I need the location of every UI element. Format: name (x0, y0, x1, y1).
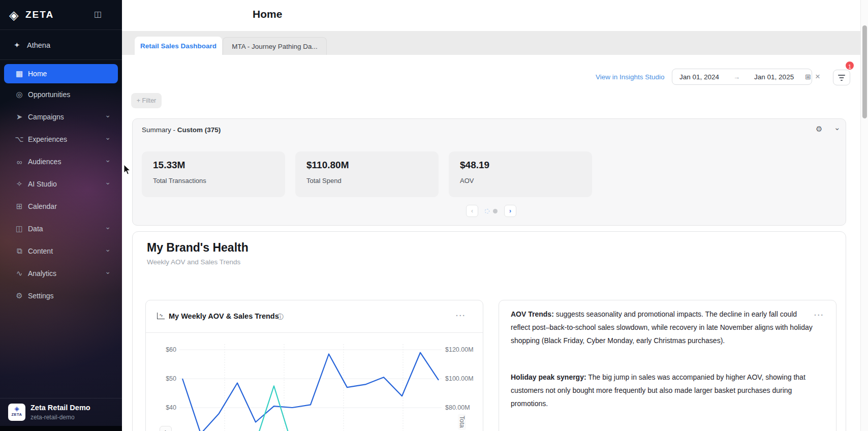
filter-count-badge: 1 (845, 60, 855, 71)
page-title: Home (253, 8, 282, 20)
dashboard-tab-strip: Retail Sales Dashboard MTA - Journey Pat… (122, 31, 868, 55)
sidebar-nav: ▦Home◎Opportunities➤Campaigns⌄⌥Experienc… (0, 64, 122, 307)
chevron-down-icon: ⌄ (105, 133, 111, 141)
content-icon: ⧉ (14, 247, 25, 256)
sidebar-item-ai-studio[interactable]: ✧AI Studio⌄ (4, 173, 118, 195)
metric-value: $110.80M (306, 160, 349, 171)
insight-menu-icon[interactable]: ··· (814, 311, 824, 319)
sidebar-collapse-icon[interactable]: ◫ (94, 9, 102, 19)
metric-label: Total Transactions (153, 177, 206, 184)
series-aov (182, 353, 439, 431)
send-icon: ➤ (14, 112, 25, 121)
sidebar-item-label: Audiences (28, 158, 61, 166)
info-icon[interactable]: ⓘ (277, 313, 284, 322)
aov-sales-trends-chart-card: ∿ My Weekly AOV & Sales Trends ⓘ ··· $60… (145, 300, 483, 431)
series-total-spend (182, 386, 439, 431)
carousel-dot-1[interactable] (485, 209, 489, 213)
mouse-cursor (123, 165, 132, 176)
right-axis-title-fragment: Tota (458, 414, 466, 430)
page-scrollbar[interactable] (860, 0, 868, 431)
zeta-logo-text: ZETA (25, 9, 54, 20)
chevron-down-icon: ⌄ (105, 245, 111, 253)
sidebar-item-content[interactable]: ⧉Content⌄ (4, 240, 118, 262)
chevron-down-icon: ⌄ (105, 178, 111, 186)
left-axis-tick: $60 (153, 345, 176, 354)
carousel-prev-button[interactable]: ‹ (466, 205, 478, 217)
workspace-name: Zeta Retail Demo (30, 404, 90, 412)
sitemap-icon: ⌥ (14, 135, 25, 144)
sidebar-item-label: Opportunities (28, 90, 70, 99)
right-axis-tick: $120.00M (445, 345, 481, 354)
zeta-logo-icon: ◈ (9, 8, 18, 22)
view-in-insights-studio-link[interactable]: View in Insights Studio (596, 73, 665, 81)
metric-card-total-spend[interactable]: $110.80MTotal Spend (295, 151, 439, 197)
chevron-down-icon: ⌄ (105, 156, 111, 164)
metric-value: 15.33M (153, 160, 185, 171)
tab-mta-journey-pathing[interactable]: MTA - Journey Pathing Da... (223, 37, 327, 55)
sidebar: ◈ ZETA ◫ ✦ Athena ▦Home◎Opportunities➤Ca… (0, 0, 122, 431)
insight-paragraph-lead: AOV Trends: (511, 310, 554, 318)
chart-menu-icon[interactable]: ··· (456, 312, 466, 320)
sidebar-item-opportunities[interactable]: ◎Opportunities (4, 83, 118, 106)
chevron-down-icon: ⌄ (105, 267, 111, 275)
sidebar-item-analytics[interactable]: ∿Analytics⌄ (4, 262, 118, 285)
chart-card-title: My Weekly AOV & Sales Trends (169, 312, 279, 320)
sidebar-item-label: Home (28, 70, 47, 78)
tab-retail-sales-dashboard[interactable]: Retail Sales Dashboard (135, 37, 222, 55)
sidebar-item-label: Data (28, 225, 43, 233)
chart-card-header: ∿ My Weekly AOV & Sales Trends ⓘ ··· (146, 300, 483, 333)
sidebar-item-athena[interactable]: ✦ Athena (0, 32, 122, 59)
carousel-next-button[interactable]: › (504, 205, 516, 217)
divider (0, 59, 122, 60)
carousel-dot-2[interactable] (493, 209, 498, 213)
metric-card-total-transactions[interactable]: 15.33MTotal Transactions (142, 151, 285, 197)
sidebar-item-data[interactable]: ◫Data⌄ (4, 218, 118, 240)
date-end-value: Jan 01, 2025 (754, 73, 794, 81)
sidebar-item-label: Content (28, 247, 53, 255)
sidebar-item-campaigns[interactable]: ➤Campaigns⌄ (4, 106, 118, 128)
brand-health-subtitle: Weekly AOV and Sales Trends (147, 258, 240, 266)
page-header: Home (122, 0, 868, 31)
right-axis-tick: $100.00M (445, 374, 481, 383)
analytics-icon: ∿ (14, 269, 25, 278)
clear-date-icon[interactable]: × (815, 72, 820, 81)
metric-card-aov[interactable]: $48.19AOV (449, 151, 592, 197)
line-chart-icon: ∿ (157, 313, 165, 319)
summary-title: Summary - Custom (375) (142, 126, 221, 134)
left-axis-tick: $40 (153, 403, 176, 412)
sidebar-item-calendar[interactable]: ⊞Calendar (4, 195, 118, 218)
summary-panel: Summary - Custom (375) ⚙ ⌄ 15.33MTotal T… (132, 118, 846, 226)
workspace-switcher[interactable]: ◈ ZETA Zeta Retail Demo zeta-retail-demo (0, 398, 122, 426)
chevron-down-icon: ⌄ (105, 223, 111, 231)
chart-scroll-button[interactable]: › (160, 426, 172, 431)
insight-paragraph: Holiday peak synergy: The big jump in sa… (511, 371, 816, 410)
athena-sparkle-icon: ✦ (14, 41, 24, 50)
sidebar-item-home[interactable]: ▦Home (4, 64, 118, 83)
grid-icon: ▦ (14, 69, 25, 78)
sidebar-item-label: Calendar (28, 202, 57, 210)
gear-icon: ⚙ (14, 291, 25, 300)
workspace-avatar: ◈ ZETA (8, 404, 25, 421)
workspace-slug: zeta-retail-demo (30, 414, 75, 421)
date-range-picker[interactable]: Jan 01, 2024 → Jan 01, 2025 ⊞ (672, 69, 812, 85)
app-window: ◈ ZETA ◫ ✦ Athena ▦Home◎Opportunities➤Ca… (0, 0, 868, 431)
insight-paragraph: AOV Trends: suggests seasonality and pro… (511, 307, 816, 347)
add-filter-button[interactable]: + Filter (131, 93, 162, 108)
trend-line-chart[interactable] (179, 334, 442, 431)
insight-paragraph-lead: Holiday peak synergy: (511, 373, 586, 381)
filter-toggle-button[interactable] (833, 70, 850, 85)
database-icon: ◫ (14, 224, 25, 233)
right-axis-tick: $80.00M (445, 403, 481, 412)
zeta-badge-icon: ◈ (8, 405, 25, 412)
date-range-arrow-icon: → (733, 73, 740, 81)
scrollbar-thumb[interactable] (862, 25, 867, 118)
metric-carousel: ‹ › (466, 205, 516, 217)
sidebar-item-audiences[interactable]: ∞Audiences⌄ (4, 150, 118, 173)
zeta-badge-text: ZETA (8, 412, 25, 417)
left-axis-tick: $50 (153, 374, 176, 383)
sidebar-item-experiences[interactable]: ⌥Experiences⌄ (4, 128, 118, 150)
summary-chevron-down-icon[interactable]: ⌄ (834, 123, 841, 132)
summary-gear-icon[interactable]: ⚙ (816, 125, 822, 134)
metric-cards-row: 15.33MTotal Transactions$110.80MTotal Sp… (142, 151, 592, 197)
sidebar-item-settings[interactable]: ⚙Settings (4, 285, 118, 307)
